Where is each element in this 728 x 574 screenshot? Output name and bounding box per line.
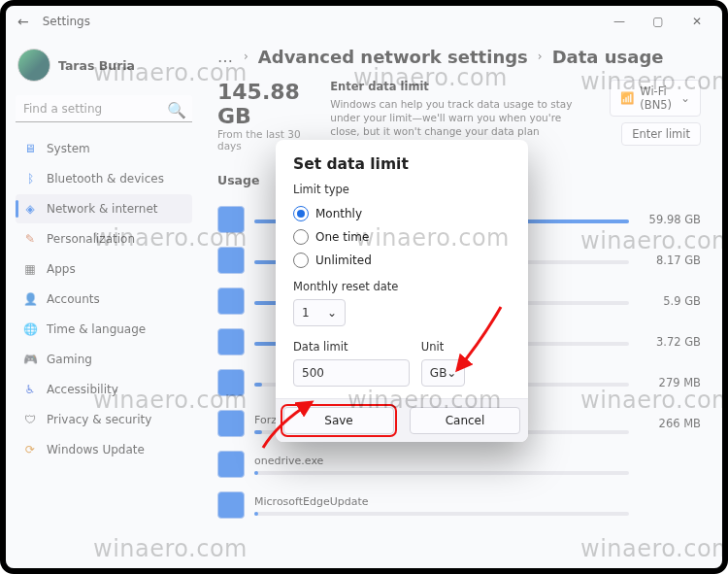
enter-limit-button[interactable]: Enter limit (621, 122, 701, 146)
sidebar-item-label: Accessibility (47, 383, 118, 396)
sidebar-item-label: Accounts (47, 292, 100, 306)
sidebar-item-apps[interactable]: ▦Apps (16, 254, 192, 284)
data-limit-label: Data limit (293, 340, 410, 354)
sidebar-item-label: System (47, 142, 90, 155)
radio-unlimited-label: Unlimited (315, 253, 372, 267)
user-name: Taras Buria (58, 58, 135, 73)
sidebar-item-privacy-security[interactable]: 🛡Privacy & security (16, 405, 192, 434)
app-icon (217, 410, 245, 437)
reset-date-select[interactable]: 1 ⌄ (293, 299, 346, 326)
nav-icon: 🎮 (23, 353, 37, 366)
app-usage-bar (254, 471, 629, 475)
breadcrumb-overflow[interactable]: … (217, 48, 234, 66)
radio-icon (293, 206, 309, 221)
radio-monthly-label: Monthly (315, 207, 362, 220)
nav-icon: 🌐 (23, 322, 37, 336)
app-usage-value: 279 MB (639, 376, 701, 389)
app-icon (217, 287, 245, 315)
radio-icon (293, 253, 309, 268)
chevron-right-icon: › (244, 50, 248, 63)
user-block[interactable]: Taras Buria (16, 45, 192, 91)
sidebar-item-label: Apps (47, 262, 76, 276)
sidebar-item-label: Personalization (47, 232, 135, 246)
chevron-right-icon: › (538, 50, 543, 63)
dialog-title: Set data limit (293, 155, 511, 173)
sidebar-item-system[interactable]: 🖥System (16, 134, 192, 163)
sidebar-item-time-language[interactable]: 🌐Time & language (16, 315, 192, 344)
app-icon (217, 247, 245, 274)
app-icon (217, 451, 245, 478)
app-usage-value: 266 MB (639, 417, 701, 430)
radio-icon (293, 229, 309, 245)
nav-icon: ♿ (23, 383, 37, 396)
breadcrumb: … › Advanced network settings › Data usa… (217, 43, 701, 70)
radio-unlimited[interactable]: Unlimited (293, 249, 511, 272)
app-icon (217, 491, 245, 519)
nav-icon: ᛒ (23, 172, 37, 186)
close-button[interactable]: ✕ (678, 8, 716, 35)
sidebar-item-gaming[interactable]: 🎮Gaming (16, 345, 192, 374)
set-data-limit-dialog: Set data limit Limit type Monthly One ti… (276, 140, 528, 442)
sidebar-item-windows-update[interactable]: ⟳Windows Update (16, 435, 192, 464)
sidebar: Taras Buria 🔍 🖥SystemᛒBluetooth & device… (6, 37, 200, 568)
nav-icon: ⟳ (23, 443, 37, 456)
sidebar-item-label: Bluetooth & devices (47, 172, 164, 186)
total-usage: 145.88 GB (217, 80, 313, 128)
nav-icon: ✎ (23, 232, 37, 246)
app-name: onedrive.exe (254, 455, 629, 467)
app-usage-value: 8.17 GB (639, 253, 701, 267)
app-usage-bar (254, 512, 629, 516)
unit-select[interactable]: GB ⌄ (421, 359, 466, 387)
sidebar-item-label: Time & language (47, 322, 146, 336)
limit-hint-body: Windows can help you track data usage to… (330, 98, 572, 137)
unit-label: Unit (421, 340, 511, 354)
sidebar-item-accounts[interactable]: 👤Accounts (16, 285, 192, 314)
app-usage-value: 5.9 GB (639, 294, 701, 308)
chevron-down-icon: ⌄ (327, 306, 337, 320)
nav-icon: ◈ (23, 202, 37, 216)
nav-icon: ▦ (23, 262, 37, 276)
app-icon (217, 206, 245, 233)
radio-monthly[interactable]: Monthly (293, 202, 511, 225)
app-icon (217, 369, 245, 396)
app-icon (217, 328, 245, 355)
titlebar: ← Settings — ▢ ✕ (6, 6, 722, 37)
sidebar-item-label: Windows Update (47, 443, 145, 456)
app-row: onedrive.exe (217, 444, 701, 485)
sidebar-item-bluetooth-devices[interactable]: ᛒBluetooth & devices (16, 164, 192, 193)
sidebar-item-network-internet[interactable]: ◈Network & internet (16, 194, 192, 223)
radio-onetime[interactable]: One time (293, 225, 511, 249)
cancel-button[interactable]: Cancel (410, 407, 520, 434)
reset-date-value: 1 (302, 306, 310, 320)
save-button[interactable]: Save (283, 407, 394, 434)
minimize-button[interactable]: — (600, 8, 639, 35)
network-selector[interactable]: 📶 Wi-Fi (BN5) ⌄ (610, 80, 701, 117)
breadcrumb-parent[interactable]: Advanced network settings (258, 47, 528, 67)
nav-icon: 🛡 (23, 413, 37, 426)
nav-icon: 👤 (23, 292, 37, 306)
reset-date-label: Monthly reset date (293, 280, 511, 293)
sidebar-item-label: Gaming (47, 353, 92, 366)
data-limit-input[interactable] (293, 359, 410, 387)
chevron-down-icon: ⌄ (447, 366, 456, 380)
unit-value: GB (430, 366, 447, 380)
wifi-icon: 📶 (620, 91, 634, 105)
app-name: MicrosoftEdgeUpdate (254, 495, 629, 508)
back-button[interactable]: ← (17, 14, 29, 29)
sidebar-item-label: Network & internet (47, 202, 158, 216)
radio-onetime-label: One time (315, 230, 369, 244)
sidebar-item-accessibility[interactable]: ♿Accessibility (16, 375, 192, 404)
app-row: MicrosoftEdgeUpdate (217, 485, 701, 525)
breadcrumb-current: Data usage (552, 47, 664, 67)
app-usage-value: 3.72 GB (639, 335, 701, 349)
sidebar-item-label: Privacy & security (47, 413, 151, 426)
maximize-button[interactable]: ▢ (639, 8, 678, 35)
nav-icon: 🖥 (23, 142, 37, 155)
sidebar-item-personalization[interactable]: ✎Personalization (16, 224, 192, 253)
chevron-down-icon: ⌄ (680, 91, 690, 105)
window-title: Settings (43, 15, 90, 28)
search-input[interactable] (16, 95, 192, 122)
search-box[interactable]: 🔍 (16, 95, 192, 122)
limit-hint-title: Enter data limit (330, 80, 592, 95)
search-icon: 🔍 (167, 101, 186, 119)
